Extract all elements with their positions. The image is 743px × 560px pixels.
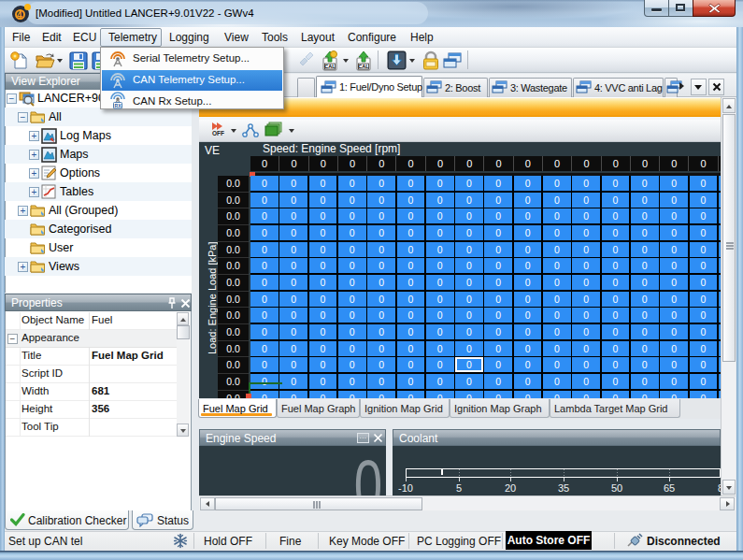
svg-text:CAL: CAL: [358, 64, 369, 69]
svg-text:RX: RX: [115, 103, 122, 108]
svg-text:CAL: CAL: [324, 64, 336, 69]
